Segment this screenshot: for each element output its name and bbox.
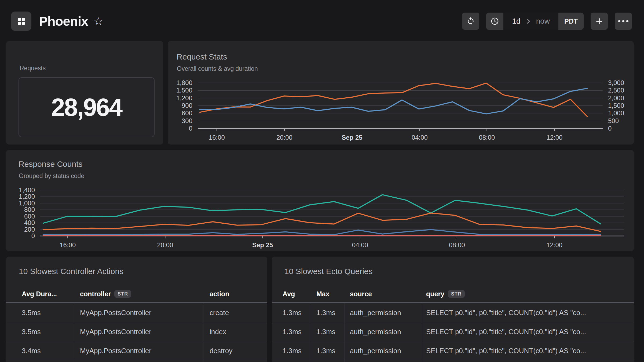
- table-cell: 1.3ms: [272, 303, 311, 322]
- table-cell: create: [203, 303, 267, 322]
- column-header-avg[interactable]: Avg: [272, 286, 311, 303]
- svg-text:Sep 25: Sep 25: [252, 241, 273, 249]
- column-label: query: [426, 290, 444, 298]
- column-label: controller: [80, 290, 111, 298]
- plus-icon: [595, 17, 603, 25]
- stat-value-box: 28,964: [19, 77, 155, 137]
- table-cell: MyApp.PostsController: [74, 322, 203, 341]
- svg-text:200: 200: [24, 226, 35, 233]
- svg-text:1,000: 1,000: [19, 200, 35, 207]
- response-counts-panel: Response Counts Grouped by status code 0…: [6, 150, 634, 251]
- page-title: Phoenix: [39, 14, 88, 29]
- grid-icon: [16, 16, 26, 26]
- svg-text:1,500: 1,500: [176, 87, 192, 94]
- column-header-max[interactable]: Max: [311, 286, 345, 303]
- column-header-source[interactable]: source: [345, 286, 421, 303]
- table-cell: [74, 360, 203, 362]
- svg-text:1,400: 1,400: [19, 186, 35, 194]
- table-cell: 1.3ms: [311, 322, 345, 341]
- svg-text:1,200: 1,200: [176, 94, 192, 102]
- refresh-button[interactable]: [462, 13, 479, 30]
- column-label: Max: [316, 290, 330, 298]
- table-title: 10 Slowest Ecto Queries: [284, 267, 373, 276]
- table-cell: 1.3ms: [272, 322, 311, 341]
- svg-text:12:00: 12:00: [546, 241, 562, 249]
- svg-text:1,200: 1,200: [19, 193, 35, 200]
- svg-text:1,800: 1,800: [176, 79, 192, 86]
- column-header-query[interactable]: querySTR: [421, 286, 634, 303]
- time-picker: 1d now PDT: [486, 13, 584, 30]
- apps-grid-button[interactable]: [11, 12, 31, 31]
- table-cell: auth_permission: [345, 341, 421, 360]
- response-counts-chart[interactable]: 02004006008001,0001,2001,40016:0020:00Se…: [6, 150, 634, 251]
- request-stats-chart[interactable]: 03006009001,2001,5001,80005001,0001,5002…: [168, 41, 634, 145]
- table-cell: index: [203, 322, 267, 341]
- svg-text:0: 0: [31, 232, 35, 239]
- controller-actions-panel: 10 Slowest Controller Actions Avg Dura..…: [6, 257, 267, 362]
- column-header-action[interactable]: action: [203, 286, 267, 303]
- time-picker-clock-button[interactable]: [486, 13, 503, 30]
- type-badge: STR: [114, 290, 131, 298]
- chevron-right-icon: [525, 18, 532, 25]
- table-cell: 1.3ms: [311, 303, 345, 322]
- table-cell: 1.3ms: [311, 341, 345, 360]
- svg-text:300: 300: [182, 117, 192, 124]
- table-cell: [311, 360, 345, 362]
- table-cell: 3.4ms: [6, 341, 74, 360]
- request-stats-panel: Request Stats Overall counts & avg durat…: [168, 41, 634, 145]
- dashboard-toolbar: 1d now PDT: [462, 13, 632, 30]
- column-header-controller[interactable]: controllerSTR: [74, 286, 203, 303]
- svg-text:08:00: 08:00: [449, 241, 465, 249]
- table-cell: [272, 360, 311, 362]
- refresh-icon: [466, 17, 475, 25]
- requests-stat-panel: Requests 28,964: [6, 41, 163, 145]
- table-cell: auth_permission: [345, 303, 421, 322]
- dashboard-header: Phoenix ☆ 1d now PDT: [11, 12, 632, 31]
- svg-text:08:00: 08:00: [479, 134, 495, 141]
- svg-text:Sep 25: Sep 25: [342, 134, 362, 141]
- svg-text:16:00: 16:00: [209, 134, 225, 141]
- svg-text:2,000: 2,000: [608, 94, 624, 102]
- svg-text:600: 600: [182, 109, 192, 117]
- favorite-star-icon[interactable]: ☆: [94, 16, 103, 27]
- table-cell: [421, 360, 634, 362]
- timezone-button[interactable]: PDT: [558, 13, 584, 30]
- time-range-from: 1d: [512, 17, 520, 25]
- requests-total-value: 28,964: [51, 93, 122, 121]
- svg-text:12:00: 12:00: [546, 134, 562, 141]
- svg-text:0: 0: [608, 125, 612, 132]
- table-cell: 1.3ms: [272, 341, 311, 360]
- svg-text:500: 500: [608, 117, 619, 124]
- ellipsis-icon: [618, 20, 628, 22]
- add-panel-button[interactable]: [591, 13, 608, 30]
- table-cell: MyApp.PostsController: [74, 303, 203, 322]
- svg-text:16:00: 16:00: [60, 241, 76, 249]
- column-label: Avg: [283, 290, 295, 298]
- svg-text:1,000: 1,000: [608, 109, 624, 117]
- time-range-to: now: [536, 17, 550, 25]
- more-options-button[interactable]: [615, 13, 632, 30]
- svg-text:3,000: 3,000: [608, 79, 624, 86]
- table-cell: MyApp.PostsController: [74, 341, 203, 360]
- type-badge: STR: [448, 290, 465, 298]
- svg-text:0: 0: [189, 125, 192, 132]
- column-label: source: [350, 290, 372, 298]
- svg-text:20:00: 20:00: [276, 134, 292, 141]
- ecto-queries-panel: 10 Slowest Ecto Queries Avg Max source q…: [272, 257, 634, 362]
- svg-text:1,500: 1,500: [608, 102, 624, 109]
- table-cell: SELECT p0."id", p0."title", COUNT(c0."id…: [421, 322, 634, 341]
- stat-panel-title: Requests: [20, 65, 46, 72]
- svg-text:04:00: 04:00: [352, 241, 368, 249]
- svg-text:900: 900: [182, 102, 192, 109]
- column-header-avg-duration[interactable]: Avg Dura...: [6, 286, 74, 303]
- svg-text:2,500: 2,500: [608, 87, 624, 94]
- table-cell: SELECT p0."id", p0."title", COUNT(c0."id…: [421, 341, 634, 360]
- svg-text:04:00: 04:00: [412, 134, 428, 141]
- time-range-display[interactable]: 1d now: [503, 13, 558, 30]
- svg-text:600: 600: [24, 213, 35, 220]
- table-cell: auth_permission: [345, 322, 421, 341]
- column-label: Avg Dura...: [22, 290, 57, 298]
- table-cell: [345, 360, 421, 362]
- clock-icon: [491, 17, 499, 25]
- svg-text:20:00: 20:00: [157, 241, 173, 249]
